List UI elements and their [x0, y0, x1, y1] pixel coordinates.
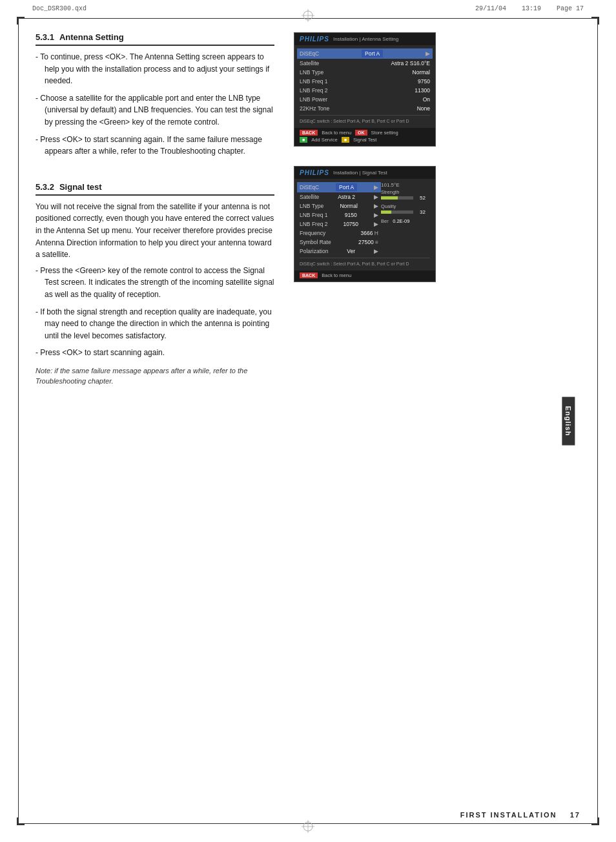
screen1-yellow-label: Signal Test [353, 137, 377, 143]
screenshot-signal-test: PHILIPS Installation | Signal Test DiSEq… [294, 166, 436, 282]
screen2-footer: BACK Back to menu [294, 271, 435, 282]
screen2-brand: PHILIPS [300, 169, 329, 176]
left-column: 5.3.1 Antenna Setting To continue, press… [36, 32, 274, 777]
page-border-right [597, 18, 598, 824]
side-tab-language: English [562, 397, 575, 446]
screen1-header: PHILIPS Installation | Antenna Setting [294, 33, 435, 45]
screen1-brand: PHILIPS [300, 36, 329, 43]
screen2-row: Frequency3666 H [300, 229, 378, 238]
screen2-footer-row1: BACK Back to menu [300, 272, 430, 278]
section-532-bullet-2: If both the signal strength and receptio… [36, 306, 274, 342]
screen2-row: LNB TypeNormal▶ [300, 201, 378, 211]
section-divider [36, 163, 274, 182]
corner-mark-tl [17, 17, 25, 25]
screen1-back-btn: BACK [300, 130, 318, 136]
screen2-row: LNB Freq 210750▶ [300, 220, 378, 229]
doc-date-time: 29/11/04 13:19 Page 17 [475, 5, 584, 12]
screen1-separator [300, 115, 430, 116]
screen2-row: DiSEqCPort A▶ [297, 182, 381, 192]
screen2-rows: DiSEqCPort A▶SatelliteAstra 2▶LNB TypeNo… [300, 182, 378, 256]
section-532-bullet-1: Press the <Green> key of the remote cont… [36, 265, 274, 301]
screen1-back-label: Back to menu [322, 130, 351, 136]
screen1-body: DiSEqCPort A▶SatelliteAstra 2 S16.0°ELNB… [294, 45, 435, 128]
screen1-row: LNB PowerOn [300, 95, 430, 104]
reg-mark-bottom [302, 820, 314, 833]
section-531-number: 5.3.1 [36, 32, 54, 42]
screen1-hint: DiSEqC switch : Select Port A, Port B, P… [300, 118, 430, 125]
screen2-breadcrumb: Installation | Signal Test [333, 170, 387, 176]
screen2-quality-label: Quality [381, 203, 430, 209]
screen1-ok-btn: OK [355, 130, 367, 136]
screen2-quality-fill [381, 211, 391, 214]
screen1-footer-row2: ■ Add Service ■ Signal Test [300, 137, 430, 143]
page-footer: FIRST INSTALLATION 17 [36, 811, 580, 819]
screen2-strength-bar: 52 [381, 195, 430, 201]
screen2-separator [300, 258, 430, 258]
screen1-row: SatelliteAstra 2 S16.0°E [300, 59, 430, 68]
screen2-extra-value: 101.5°E [381, 182, 430, 188]
section-531-bullet-1: To continue, press <OK>. The Antenna Set… [36, 51, 274, 87]
screen2-back-label: Back to menu [322, 272, 351, 278]
screen2-content: DiSEqCPort A▶SatelliteAstra 2▶LNB TypeNo… [300, 182, 430, 256]
screen1-yellow-btn: ■ [342, 137, 349, 143]
screen1-green-label: Add Service [311, 137, 337, 143]
screen2-ber-label: Ber [381, 218, 389, 224]
screen2-strength-track [381, 196, 413, 200]
page-border-left [18, 18, 19, 824]
screen2-quality-value: 32 [415, 209, 426, 215]
content-area: 5.3.1 Antenna Setting To continue, press… [36, 32, 558, 810]
screen2-body: DiSEqCPort A▶SatelliteAstra 2▶LNB TypeNo… [294, 179, 435, 271]
footer-right: FIRST INSTALLATION 17 [460, 811, 580, 819]
screen1-green-btn: ■ [300, 137, 307, 143]
screenshot-antenna-setting: PHILIPS Installation | Antenna Setting D… [294, 32, 436, 147]
screen2-row: SatelliteAstra 2▶ [300, 192, 378, 201]
screen1-row: LNB Freq 211300 [300, 86, 430, 95]
screen1-row: 22KHz ToneNone [300, 104, 430, 113]
screen2-row: LNB Freq 19150▶ [300, 211, 378, 220]
screen2-quality-row: Quality 32 [381, 203, 430, 215]
section-532-note: Note: if the same failure message appear… [36, 365, 274, 387]
section-532-title: Signal test [59, 182, 102, 192]
corner-mark-br [591, 817, 599, 825]
section-532-heading: 5.3.2 Signal test [36, 182, 274, 196]
screen2-strength-value: 52 [415, 195, 426, 201]
screen2-ber-row: Ber 0.2E-09 [381, 218, 430, 224]
screen2-quality-track [381, 211, 413, 214]
screen2-header: PHILIPS Installation | Signal Test [294, 167, 435, 179]
section-531-title: Antenna Setting [59, 32, 124, 42]
screen1-footer: BACK Back to menu OK Store setting ■ Add… [294, 128, 435, 146]
screen2-ber-value: 0.2E-09 [393, 218, 409, 224]
screen2-strength-label: Strength [381, 189, 430, 195]
section-531-heading: 5.3.1 Antenna Setting [36, 32, 274, 46]
reg-mark-top [302, 9, 314, 22]
section-532-bullet-3: Press <OK> to start scanning again. [36, 347, 274, 359]
doc-filename: Doc_DSR300.qxd [32, 5, 87, 12]
section-532-body: You will not receive the signal from the… [36, 201, 274, 261]
screen1-row: LNB TypeNormal [300, 68, 430, 77]
screen2-row: Symbol Rate27500 ≡ [300, 238, 378, 247]
section-531-bullet-3: Press <OK> to start scanning again. If t… [36, 134, 274, 158]
screen2-row: PolarizationVer▶ [300, 247, 378, 256]
screen1-row: DiSEqCPort A▶ [297, 48, 433, 59]
screen2-rows-container: DiSEqCPort A▶SatelliteAstra 2▶LNB TypeNo… [300, 182, 378, 256]
screen2-strength-fill [381, 196, 398, 200]
screen1-ok-label: Store setting [371, 130, 398, 136]
corner-mark-bl [17, 817, 25, 825]
screen2-hint: DiSEqC switch : Select Port A, Port B, P… [300, 260, 430, 267]
screen1-rows: DiSEqCPort A▶SatelliteAstra 2 S16.0°ELNB… [300, 48, 430, 113]
screen2-quality-bar: 32 [381, 209, 430, 215]
section-531-bullet-2: Choose a satellite for the applicable po… [36, 92, 274, 128]
screen1-footer-row1: BACK Back to menu OK Store setting [300, 130, 430, 136]
corner-mark-tr [591, 17, 599, 25]
screen1-row: LNB Freq 19750 [300, 77, 430, 86]
section-532-number: 5.3.2 [36, 182, 54, 192]
screen2-strength-row: Strength 52 [381, 189, 430, 201]
screen2-signal-panel: 101.5°E Strength 52 Quality [378, 182, 430, 256]
screen1-breadcrumb: Installation | Antenna Setting [333, 36, 398, 42]
screen2-back-btn: BACK [300, 272, 318, 278]
right-column: PHILIPS Installation | Antenna Setting D… [294, 32, 558, 777]
